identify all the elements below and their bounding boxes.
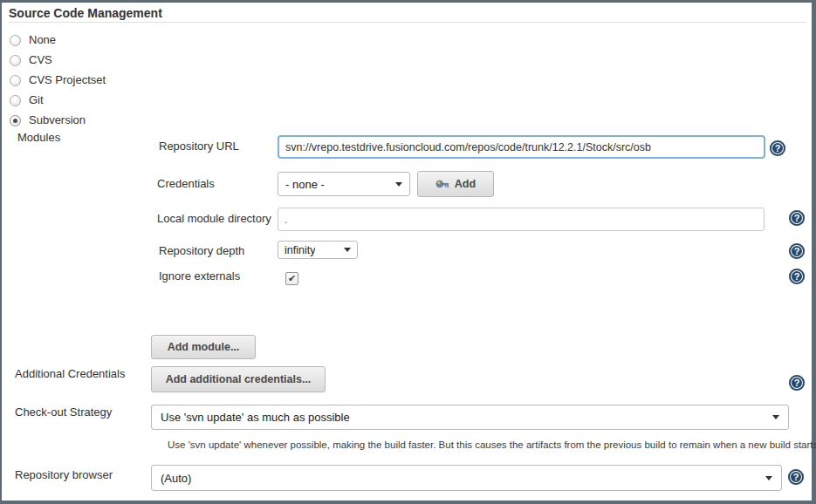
local-module-directory-help-icon[interactable]: ? — [789, 210, 805, 226]
section-divider — [9, 22, 806, 23]
chevron-down-icon — [395, 182, 402, 187]
scm-radio-none[interactable] — [10, 35, 21, 46]
repository-url-input[interactable] — [278, 135, 765, 159]
repository-browser-select[interactable]: (Auto) — [151, 465, 782, 491]
credentials-add-button[interactable]: Add — [417, 171, 494, 197]
ignore-externals-help-icon[interactable]: ? — [789, 269, 805, 284]
checkout-strategy-select[interactable]: Use 'svn update' as much as possible — [151, 405, 789, 430]
scm-radio-subversion[interactable] — [10, 115, 21, 126]
scm-radio-cvs-label[interactable]: CVS — [29, 53, 52, 67]
checkmark-icon: ✔ — [288, 273, 296, 283]
credentials-label: Credentials — [157, 177, 215, 191]
scm-radio-cvs-projectset[interactable] — [10, 75, 21, 86]
credentials-select[interactable]: - none - — [278, 172, 410, 196]
checkout-strategy-select-value: Use 'svn update' as much as possible — [161, 411, 350, 424]
modules-section-label: Modules — [17, 131, 60, 145]
chevron-down-icon — [772, 415, 779, 419]
scm-radio-none-label[interactable]: None — [29, 33, 56, 47]
add-module-button[interactable]: Add module... — [151, 335, 256, 359]
repository-depth-help-icon[interactable]: ? — [789, 243, 805, 259]
local-module-directory-label: Local module directory — [157, 212, 271, 226]
repository-browser-label: Repository browser — [15, 468, 113, 482]
credentials-add-button-label: Add — [455, 178, 476, 190]
chevron-down-icon — [344, 248, 351, 252]
credentials-select-value: - none - — [285, 178, 325, 191]
section-title: Source Code Management — [9, 6, 162, 20]
checkout-strategy-label: Check-out Strategy — [15, 405, 112, 419]
local-module-directory-input[interactable] — [278, 208, 765, 231]
repository-browser-help-icon[interactable]: ? — [788, 469, 804, 485]
repository-depth-select-value: infinity — [285, 244, 315, 256]
scm-radio-subversion-label[interactable]: Subversion — [29, 113, 86, 127]
scm-config-window: Source Code Management None CVS CVS Proj… — [0, 0, 816, 504]
scm-radio-git-label[interactable]: Git — [29, 93, 44, 107]
additional-credentials-help-icon[interactable]: ? — [789, 375, 805, 391]
repository-browser-select-value: (Auto) — [161, 472, 191, 485]
repository-depth-select[interactable]: infinity — [278, 241, 358, 259]
checkout-strategy-description: Use 'svn update' whenever possible, maki… — [168, 439, 816, 450]
scm-radio-cvs[interactable] — [10, 55, 21, 66]
repository-url-label: Repository URL — [159, 140, 239, 153]
scm-radio-cvs-projectset-label[interactable]: CVS Projectset — [29, 73, 106, 87]
additional-credentials-label: Additional Credentials — [15, 367, 125, 381]
repository-depth-label: Repository depth — [159, 244, 244, 258]
scm-radio-git[interactable] — [10, 95, 21, 106]
key-icon — [435, 177, 449, 191]
repository-url-help-icon[interactable]: ? — [770, 140, 785, 156]
add-additional-credentials-button[interactable]: Add additional credentials... — [151, 366, 326, 392]
ignore-externals-checkbox[interactable]: ✔ — [285, 272, 298, 285]
ignore-externals-label: Ignore externals — [159, 269, 240, 283]
chevron-down-icon — [765, 476, 772, 480]
